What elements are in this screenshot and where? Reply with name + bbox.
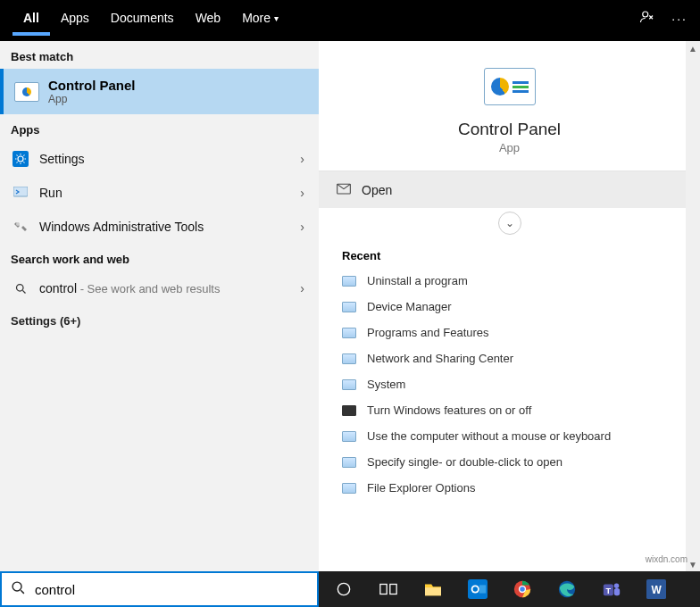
control-panel-mini-icon [342,302,356,312]
chevron-down-icon: ⌄ [505,217,514,229]
watermark: wixdn.com [646,554,688,564]
svg-point-7 [12,582,21,591]
control-panel-icon [484,68,536,105]
settings-more-link[interactable]: Settings (6+) [0,305,319,337]
preview-title: Control Panel [458,120,561,139]
svg-text:W: W [651,584,662,596]
tab-web[interactable]: Web [185,0,232,34]
recent-item[interactable]: Network and Sharing Center [319,345,700,371]
svg-point-22 [614,584,620,589]
svg-point-0 [643,12,648,17]
search-input[interactable] [35,582,308,597]
control-panel-mini-icon [342,431,356,442]
recent-item[interactable]: Specify single- or double-click to open [319,449,700,475]
tab-documents[interactable]: Documents [100,0,185,34]
taskbar-outlook-icon[interactable] [458,571,497,607]
result-run[interactable]: Run › [0,176,319,210]
recent-label: Recent [319,238,700,268]
tab-apps[interactable]: Apps [50,0,100,34]
recent-item[interactable]: Programs and Features [319,320,700,345]
taskbar: T W [319,571,700,607]
recent-item[interactable]: Uninstall a program [319,268,700,294]
svg-point-5 [16,284,23,291]
best-match-title: Control Panel [48,78,136,93]
svg-rect-9 [380,585,387,595]
result-admin-tools[interactable]: Windows Administrative Tools › [0,210,319,244]
tab-more[interactable]: More ▾ [231,0,289,34]
more-options-icon[interactable]: ··· [671,12,688,26]
search-icon [11,280,30,296]
gear-icon [11,151,30,167]
scroll-up-icon[interactable]: ▲ [686,41,700,55]
admin-tools-icon [11,219,30,235]
preview-panel: Control Panel App Open ⌄ Recent Uninstal… [319,41,700,571]
taskbar-taskview-icon[interactable] [369,571,408,607]
preview-subtitle: App [499,141,520,154]
svg-rect-15 [479,585,486,593]
tab-all[interactable]: All [12,0,50,36]
svg-point-8 [338,583,349,595]
chevron-right-icon: › [300,152,304,166]
open-icon [337,182,351,197]
taskbar-word-icon[interactable]: W [637,571,676,607]
result-settings[interactable]: Settings › [0,142,319,176]
recent-item[interactable]: File Explorer Options [319,475,700,501]
control-panel-mini-icon [342,379,356,390]
chevron-right-icon: › [300,281,304,295]
search-filter-tabs: All Apps Documents Web More ▾ ··· [0,0,700,41]
result-web-search[interactable]: control - See work and web results › [0,271,319,305]
svg-point-14 [473,586,479,592]
section-best-match: Best match [0,41,319,69]
recent-item[interactable]: Device Manager [319,294,700,320]
chevron-right-icon: › [300,220,304,234]
svg-rect-10 [390,585,396,595]
control-panel-mini-icon [342,457,356,468]
run-icon [11,185,30,201]
scrollbar[interactable]: ▲ ▼ [686,41,700,571]
taskbar-chrome-icon[interactable] [503,571,542,607]
scroll-down-icon[interactable]: ▼ [686,557,700,571]
recent-item[interactable]: System [319,371,700,397]
control-panel-mini-icon [342,328,356,338]
svg-rect-1 [12,151,29,167]
open-action[interactable]: Open [319,171,700,208]
svg-rect-3 [13,187,28,196]
search-icon [11,580,26,599]
taskbar-edge-icon[interactable] [547,571,587,607]
svg-rect-11 [425,587,441,595]
control-panel-mini-icon [342,353,356,364]
best-match-subtitle: App [48,93,136,105]
recent-item[interactable]: Turn Windows features on or off [319,397,700,423]
taskbar-cortana-icon[interactable] [324,571,363,607]
control-panel-icon [14,82,39,102]
control-panel-mini-icon [342,405,356,416]
taskbar-teams-icon[interactable]: T [592,571,631,607]
svg-text:T: T [606,586,612,595]
chevron-down-icon: ▾ [274,13,279,23]
best-match-result[interactable]: Control Panel App [0,69,319,114]
svg-point-18 [520,586,525,592]
section-apps: Apps [0,114,319,142]
svg-rect-23 [614,588,620,595]
search-box[interactable] [0,571,319,607]
feedback-icon[interactable] [639,9,655,29]
taskbar-file-explorer-icon[interactable] [413,571,453,607]
recent-item[interactable]: Use the computer without a mouse or keyb… [319,423,700,449]
section-search-web: Search work and web [0,244,319,271]
expand-actions-toggle[interactable]: ⌄ [319,208,700,238]
svg-point-4 [16,222,20,226]
control-panel-mini-icon [342,483,356,494]
results-panel: Best match Control Panel App Apps Settin… [0,41,319,571]
control-panel-mini-icon [342,276,356,287]
chevron-right-icon: › [300,186,304,200]
